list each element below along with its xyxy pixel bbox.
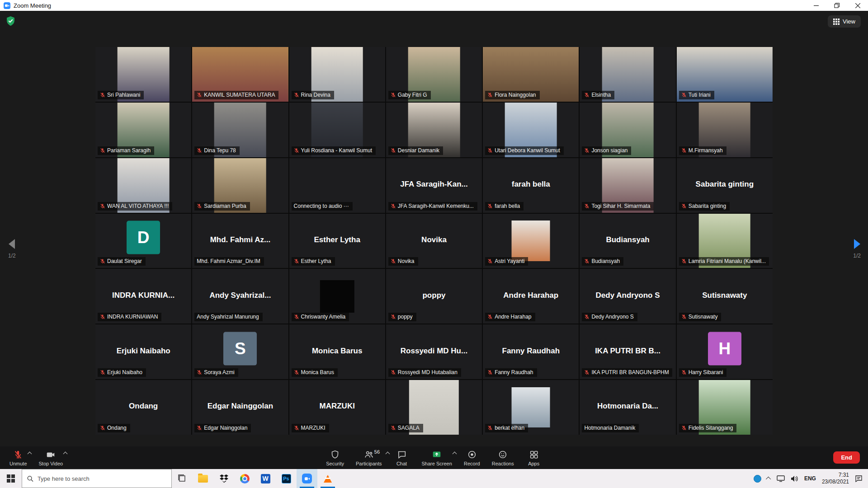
mic-muted-icon <box>391 92 396 98</box>
tray-display-icon[interactable] <box>777 475 785 482</box>
mic-muted-icon <box>13 450 23 460</box>
participant-tile[interactable]: Edgar Nainggolan Edgar Nainggolan <box>192 380 288 435</box>
task-view-button[interactable] <box>172 469 193 488</box>
word-button[interactable]: W <box>255 469 276 488</box>
participant-tile[interactable]: Utari Debora Kanwil Sumut <box>483 103 579 157</box>
tray-app-icon[interactable] <box>754 475 761 483</box>
security-button[interactable]: Security <box>320 446 350 469</box>
participant-tile[interactable]: M.Firmansyah <box>677 103 773 157</box>
participant-tile[interactable]: Erjuki Naibaho Erjuki Naibaho <box>95 324 191 379</box>
chrome-button[interactable] <box>234 469 255 488</box>
participant-name-label: Yuli Rosdiana - Kanwil Sumut <box>292 146 376 155</box>
participant-tile[interactable]: Budiansyah Budiansyah <box>580 214 675 268</box>
previous-page-button[interactable]: 1/2 <box>8 239 16 259</box>
search-input[interactable] <box>38 475 166 482</box>
participant-tile[interactable]: berkat elhan <box>483 380 579 435</box>
apps-button[interactable]: Apps <box>520 446 548 469</box>
participants-button[interactable]: Participants 56 <box>350 446 387 469</box>
unmute-button[interactable]: Unmute <box>4 446 33 469</box>
participant-tile[interactable]: Rossyedi MD Hu... Rossyedi MD Hutabalian <box>386 324 482 379</box>
language-indicator[interactable]: ENG <box>804 475 816 482</box>
participant-tile[interactable]: Fidelis Sitanggang <box>677 380 773 435</box>
next-page-button[interactable]: 1/2 <box>853 239 861 259</box>
participant-name-text: Sri Pahlawani <box>107 92 140 98</box>
participant-tile[interactable]: Connecting to audio ··· <box>289 158 385 213</box>
participant-tile[interactable]: Monica Barus Monica Barus <box>289 324 385 379</box>
participant-tile[interactable]: Mhd. Fahmi Az... Mhd. Fahmi Azmar_Div.IM <box>192 214 288 268</box>
participant-tile[interactable]: Rina Devina <box>289 47 385 102</box>
view-button[interactable]: View <box>828 15 861 28</box>
zoom-app-button[interactable] <box>297 469 317 488</box>
tray-volume-icon[interactable] <box>791 475 798 482</box>
encryption-shield-icon[interactable] <box>6 16 15 28</box>
end-meeting-button[interactable]: End <box>833 451 860 464</box>
participant-tile[interactable]: KANWIL SUMATERA UTARA <box>192 47 288 102</box>
participant-tile[interactable]: Tuti Iriani <box>677 47 773 102</box>
chrome-icon <box>240 474 250 483</box>
participant-tile[interactable]: WAN AL VITO ATHAYA !!! <box>95 158 191 213</box>
participant-tile[interactable]: Yuli Rosdiana - Kanwil Sumut <box>289 103 385 157</box>
minimize-button[interactable] <box>806 0 826 11</box>
participant-tile[interactable]: Novika Novika <box>386 214 482 268</box>
participant-tile[interactable]: JFA Saragih-Kan... JFA Saragih-Kanwil Ke… <box>386 158 482 213</box>
file-explorer-button[interactable] <box>193 469 213 488</box>
participant-tile[interactable]: Esther Lytha Esther Lytha <box>289 214 385 268</box>
participant-tile[interactable]: Ondang Ondang <box>95 380 191 435</box>
participant-tile[interactable]: Sardiaman Purba <box>192 158 288 213</box>
restore-button[interactable] <box>826 0 847 11</box>
participant-tile[interactable]: poppy poppy <box>386 269 482 324</box>
participant-tile[interactable]: S Soraya Azmi <box>192 324 288 379</box>
participant-tile[interactable]: H Harry Sibarani <box>677 324 773 379</box>
reactions-button[interactable]: Reactions <box>486 446 520 469</box>
participant-tile[interactable]: MARZUKI MARZUKI <box>289 380 385 435</box>
participant-tile[interactable]: Hotmonaria Da... Hotmonaria Damanik <box>580 380 675 435</box>
participant-tile[interactable]: Fanny Raudhah Fanny Raudhah <box>483 324 579 379</box>
participant-tile[interactable]: Gaby Fitri G <box>386 47 482 102</box>
vlc-button[interactable] <box>317 469 338 488</box>
participant-tile[interactable]: farah bella farah bella <box>483 158 579 213</box>
participant-tile[interactable]: D Daulat Siregar <box>95 214 191 268</box>
participant-tile[interactable]: Flora Nainggolan <box>483 47 579 102</box>
taskbar-search[interactable] <box>22 469 172 488</box>
stop-video-button[interactable]: Stop Video <box>33 446 69 469</box>
notifications-button[interactable] <box>855 475 863 482</box>
participant-tile[interactable]: Elsintha <box>580 47 675 102</box>
participant-tile[interactable]: Jonson siagian <box>580 103 675 157</box>
dropbox-button[interactable] <box>213 469 234 488</box>
participant-tile[interactable]: Andre Harahap Andre Harahap <box>483 269 579 324</box>
participant-tile[interactable]: IKA PUTRI BR B... IKA PUTRI BR BANGUN-BP… <box>580 324 675 379</box>
participant-tile[interactable]: INDRA KURNIA... INDRA KURNIAWAN <box>95 269 191 324</box>
participant-tile[interactable]: Togi Sihar H. Simarmata <box>580 158 675 213</box>
participant-name-large: Sabarita ginting <box>679 180 771 189</box>
hidden-icons-chevron[interactable] <box>767 477 771 480</box>
system-tray: ENG 7:31 23/08/2021 <box>754 469 868 488</box>
participant-tile[interactable]: Astri Yayanti <box>483 214 579 268</box>
participant-name-large: MARZUKI <box>291 402 383 411</box>
close-button[interactable] <box>847 0 868 11</box>
participant-tile[interactable]: Desniar Damanik <box>386 103 482 157</box>
taskbar-clock[interactable]: 7:31 23/08/2021 <box>822 472 849 485</box>
participant-tile[interactable]: Chriswanty Amelia <box>289 269 385 324</box>
participant-tile[interactable]: Sabarita ginting Sabarita ginting <box>677 158 773 213</box>
participant-name-text: IKA PUTRI BR BANGUN-BPHM <box>591 369 669 375</box>
chat-button[interactable]: Chat <box>388 446 416 469</box>
participant-tile[interactable]: Dina Tepu 78 <box>192 103 288 157</box>
video-options-chevron[interactable] <box>63 452 68 456</box>
share-options-chevron[interactable] <box>452 452 457 456</box>
participant-tile[interactable]: Pariaman Saragih <box>95 103 191 157</box>
start-button[interactable] <box>0 469 22 488</box>
unmute-options-chevron[interactable] <box>27 452 32 456</box>
participant-name-text: JFA Saragih-Kanwil Kemenku... <box>398 203 474 209</box>
mic-muted-icon <box>681 425 687 431</box>
share-screen-button[interactable]: Share Screen <box>416 446 458 469</box>
participant-tile[interactable]: Lamria Fitriani Manalu (Kanwil... <box>677 214 773 268</box>
participant-tile[interactable]: Andy Syahrizal... Andy Syahrizal Manurun… <box>192 269 288 324</box>
participant-name-label: Fidelis Sitanggang <box>679 424 737 432</box>
participant-tile[interactable]: Sri Pahlawani <box>95 47 191 102</box>
participant-tile[interactable]: SAGALA <box>386 380 482 435</box>
photoshop-button[interactable]: Ps <box>276 469 297 488</box>
participant-name-text: Budiansyah <box>591 258 620 264</box>
participant-tile[interactable]: Dedy Andryono S Dedy Andryono S <box>580 269 675 324</box>
record-button[interactable]: Record <box>458 446 486 469</box>
participant-tile[interactable]: Sutisnawaty Sutisnawaty <box>677 269 773 324</box>
